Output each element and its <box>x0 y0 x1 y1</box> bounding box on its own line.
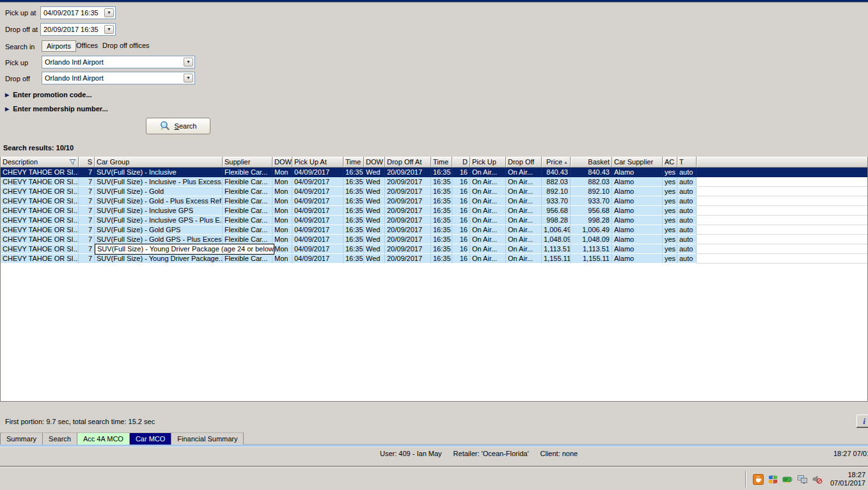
table-row[interactable]: CHEVY TAHOE OR SI...7SUV(Full Size) - In… <box>1 216 867 225</box>
row-filler <box>697 235 867 244</box>
cell-pick_up_at: 04/09/2017 <box>292 196 343 206</box>
cell-time1: 16:35 <box>343 244 364 254</box>
cell-dow2: Wed <box>364 177 385 187</box>
cell-price: 840.43 <box>542 168 571 177</box>
cell-time1: 16:35 <box>343 216 364 225</box>
cell-ac: yes <box>663 187 677 196</box>
table-row[interactable]: CHEVY TAHOE OR SI...7SUV(Full Size) - In… <box>1 177 867 187</box>
search-timing-label: First portion: 9.7 sec, total search tim… <box>5 418 155 425</box>
column-header-s[interactable]: S <box>79 157 95 168</box>
table-row[interactable]: CHEVY TAHOE OR SI...7SUV(Full Size) - Go… <box>1 225 867 235</box>
table-row[interactable]: CHEVY TAHOE OR SI...7SUV(Full Size) - Go… <box>1 187 867 196</box>
network-card-icon[interactable] <box>782 474 793 485</box>
cell-ac: yes <box>663 225 677 235</box>
column-header-supplier[interactable]: Supplier <box>223 157 272 168</box>
antivirus-icon[interactable] <box>768 474 778 485</box>
table-row[interactable]: CHEVY TAHOE OR SI...7SUV(Full Size) - In… <box>1 206 867 216</box>
table-row[interactable]: CHEVY TAHOE OR SI...7SUV(Full Size) - Go… <box>1 235 867 244</box>
cell-time2: 16:35 <box>431 206 452 216</box>
cell-supplier: Flexible Car... <box>223 216 272 225</box>
cell-s: 7 <box>79 196 95 206</box>
cell-basket: 1,006.49 <box>571 225 612 235</box>
cell-price: 1,113.51 <box>542 244 571 254</box>
cell-t: auto <box>677 206 697 216</box>
sort-ascending-icon: ▲ <box>564 160 568 164</box>
column-header-price[interactable]: Price▲ <box>542 157 571 168</box>
column-header-dow1[interactable]: DOW <box>272 157 292 168</box>
chevron-down-icon[interactable]: ▼ <box>184 74 193 83</box>
chevron-down-icon[interactable]: ▼ <box>104 25 114 34</box>
cell-d: 16 <box>452 254 470 264</box>
cell-pick_up_at: 04/09/2017 <box>292 216 343 225</box>
cell-description: CHEVY TAHOE OR SI... <box>1 177 79 187</box>
table-row[interactable]: CHEVY TAHOE OR SI...7SUV(Full Size) - In… <box>1 168 867 177</box>
tab-dropoff-offices[interactable]: Drop off offices <box>98 40 154 52</box>
membership-number-expander[interactable]: ▶Enter membership number... <box>5 105 108 113</box>
taskbar[interactable]: 18:27 07/01/2017 <box>0 467 868 490</box>
column-header-pick_up_at[interactable]: Pick Up At <box>292 157 343 168</box>
cell-supplier: Flexible Car... <box>223 235 272 244</box>
pickup-location-combo[interactable]: Orlando Intl Airport ▼ <box>42 56 195 68</box>
row-filler <box>697 196 867 206</box>
column-header-time2[interactable]: Time <box>431 157 452 168</box>
cell-dow1: Mon <box>272 225 292 235</box>
info-button[interactable]: i <box>856 415 868 427</box>
tab-airports[interactable]: Airports <box>42 40 76 52</box>
cell-ac: yes <box>663 216 677 225</box>
network-computers-icon[interactable] <box>797 474 808 485</box>
chevron-down-icon[interactable]: ▼ <box>104 8 114 17</box>
column-header-t[interactable]: T <box>677 157 697 168</box>
cell-t: auto <box>677 177 697 187</box>
column-header-drop_off_at[interactable]: Drop Off At <box>385 157 431 168</box>
cell-time2: 16:35 <box>431 187 452 196</box>
tab-summary[interactable]: Summary <box>0 432 43 445</box>
status-clock: 18:27 07/01/2017 <box>833 450 868 457</box>
dropoff-location-combo[interactable]: Orlando Intl Airport ▼ <box>42 72 195 84</box>
column-header-basket[interactable]: Basket <box>571 157 612 168</box>
pickup-at-combo[interactable]: 04/09/2017 16:35 ▼ <box>40 6 116 19</box>
dropoff-at-combo[interactable]: 20/09/2017 16:35 ▼ <box>40 23 116 36</box>
cell-dow1: Mon <box>272 216 292 225</box>
cell-s: 7 <box>79 225 95 235</box>
table-row[interactable]: CHEVY TAHOE OR SI...7SUV(Full Size) - Yo… <box>1 254 867 264</box>
column-header-drop_off[interactable]: Drop Off <box>506 157 542 168</box>
cell-description: CHEVY TAHOE OR SI... <box>1 187 79 196</box>
column-header-ac[interactable]: AC <box>663 157 677 168</box>
cell-car_supplier: Alamo <box>612 235 663 244</box>
column-header-car_supplier[interactable]: Car Supplier <box>612 157 663 168</box>
promotion-code-label: Enter promotion code... <box>13 91 91 99</box>
cell-d: 16 <box>452 225 470 235</box>
cell-pick_up_at: 04/09/2017 <box>292 206 343 216</box>
cell-time2: 16:35 <box>431 168 452 177</box>
tab-acc-4a-mco[interactable]: Acc 4A MCO <box>77 432 130 445</box>
cell-s: 7 <box>79 235 95 244</box>
java-icon[interactable] <box>753 474 764 485</box>
column-header-d[interactable]: D <box>452 157 470 168</box>
table-row[interactable]: CHEVY TAHOE OR SI...7SUV(Full Size) - Go… <box>1 196 867 206</box>
cell-d: 16 <box>452 168 470 177</box>
taskbar-clock[interactable]: 18:27 07/01/2017 <box>830 471 865 487</box>
column-header-car_group[interactable]: Car Group <box>95 157 223 168</box>
cell-basket: 892.10 <box>571 187 612 196</box>
cell-price: 1,155.11 <box>542 254 571 264</box>
promotion-code-expander[interactable]: ▶Enter promotion code... <box>5 91 92 99</box>
chevron-down-icon[interactable]: ▼ <box>184 58 193 67</box>
column-header-time1[interactable]: Time <box>343 157 364 168</box>
status-user: User: 409 - Ian May <box>380 450 442 457</box>
tab-car-mco[interactable]: Car MCO <box>130 432 171 445</box>
volume-muted-icon[interactable] <box>812 474 823 485</box>
cell-time2: 16:35 <box>431 216 452 225</box>
cell-car_supplier: Alamo <box>612 187 663 196</box>
column-header-dow2[interactable]: DOW <box>364 157 385 168</box>
column-header-description[interactable]: Description <box>1 157 79 168</box>
tab-search[interactable]: Search <box>43 432 77 445</box>
cell-pick_up_at: 04/09/2017 <box>292 235 343 244</box>
search-button[interactable]: Search <box>146 118 210 134</box>
column-header-pick_up[interactable]: Pick Up <box>470 157 506 168</box>
cell-dow2: Wed <box>364 244 385 254</box>
cell-drop_off_at: 20/09/2017 <box>385 177 431 187</box>
cell-dow1: Mon <box>272 244 292 254</box>
cell-car_supplier: Alamo <box>612 244 663 254</box>
cell-drop_off: On Air... <box>506 254 542 264</box>
tab-financial-summary[interactable]: Financial Summary <box>171 432 244 445</box>
